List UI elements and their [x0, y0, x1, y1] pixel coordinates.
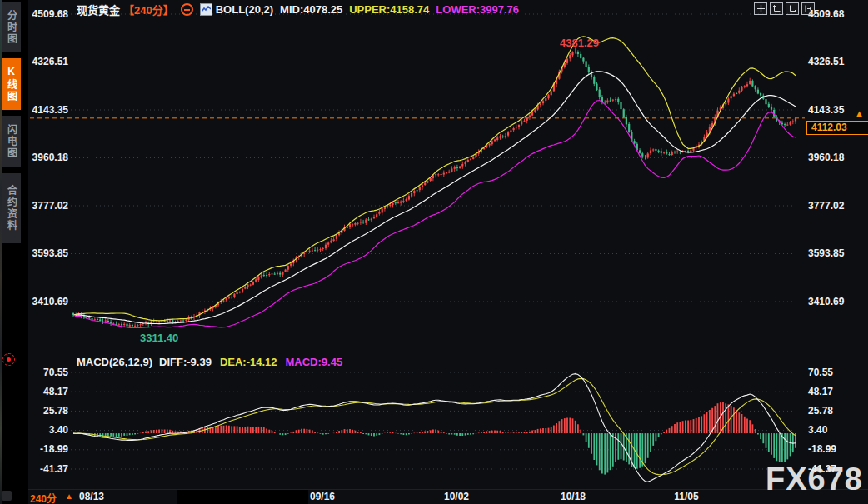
watermark: FX678 [766, 462, 863, 497]
sidebar-tab-timeshare[interactable]: 分时图 [2, 2, 21, 52]
macd-tick-left: 70.55 [22, 367, 68, 378]
macd-tick-left: 48.17 [22, 386, 68, 397]
x-axis-date: 09/16 [304, 491, 341, 502]
period-label: 【240分】 [123, 2, 174, 17]
price-tick-left: 4143.35 [22, 104, 68, 116]
price-tick-left: 3960.18 [22, 152, 68, 163]
current-price-tag: 4112.03 [806, 121, 868, 135]
boll-lower-value: LOWER:3997.76 [436, 3, 519, 16]
price-tick-left: 4509.68 [22, 8, 68, 20]
period-high-label: 4381.29 [560, 37, 599, 49]
sparkline-icon[interactable] [200, 3, 212, 16]
chart-type-sidebar: 分时图 K线图 闪电图 合约资料 [2, 2, 21, 249]
live-record-icon [2, 353, 15, 366]
kline-chart[interactable] [0, 0, 868, 504]
x-axis-date: 10/18 [555, 491, 591, 502]
macd-diff-value: DIFF:-9.39 [159, 356, 212, 368]
price-tick-left: 4326.51 [22, 56, 68, 67]
period-up-arrow-icon[interactable]: ▲ [65, 492, 73, 501]
macd-tick-right: 70.55 [808, 367, 863, 378]
period-low-label: 3311.40 [140, 332, 178, 344]
price-tick-right: 3410.69 [808, 296, 863, 307]
macd-tick-right: 48.17 [808, 386, 863, 397]
boll-label: BOLL(20,2) [216, 3, 273, 16]
trading-terminal: 分时图 K线图 闪电图 合约资料 现货黄金 【240分】 BOLL(20,2) … [0, 0, 868, 504]
corner-icon [2, 491, 12, 501]
price-tick-left: 3777.02 [22, 200, 68, 212]
sidebar-tab-contract-info[interactable]: 合约资料 [2, 173, 21, 243]
bottom-period-label[interactable]: 240分 [30, 491, 57, 504]
restore-icon[interactable] [801, 2, 815, 15]
x-axis-date: 11/05 [668, 491, 705, 502]
scale-right-icon[interactable] [786, 2, 799, 15]
bottom-divider [28, 489, 868, 490]
price-tick-right: 4326.51 [808, 56, 863, 67]
chart-header: 现货黄金 【240分】 BOLL(20,2) MID:4078.25 UPPER… [77, 2, 519, 17]
macd-tick-right: 3.40 [808, 424, 863, 436]
chart-toolbar [751, 2, 815, 15]
sidebar-tab-kline[interactable]: K线图 [2, 58, 21, 110]
sidebar-tab-lightning[interactable]: 闪电图 [2, 116, 21, 167]
macd-dea-value: DEA:-14.12 [220, 356, 277, 368]
price-tick-right: 4509.68 [808, 8, 863, 20]
macd-macd-value: MACD:9.45 [286, 356, 343, 368]
macd-header: MACD(26,12,9) DIFF:-9.39 DEA:-14.12 MACD… [77, 356, 342, 368]
macd-tick-left: -41.37 [22, 463, 68, 475]
x-axis-date: 08/13 [73, 491, 110, 502]
collapse-icon[interactable] [181, 3, 193, 16]
price-tick-left: 3593.85 [22, 247, 68, 259]
price-tick-right: 3593.85 [808, 247, 863, 259]
crosshair-icon[interactable] [754, 2, 767, 15]
macd-tick-left: 25.78 [22, 405, 68, 417]
boll-upper-value: UPPER:4158.74 [349, 3, 429, 16]
macd-tick-right: -18.99 [808, 443, 863, 455]
minus-glyph [184, 9, 190, 11]
symbol-name: 现货黄金 [77, 2, 120, 17]
price-tick-right: 3960.18 [808, 152, 863, 163]
macd-tick-left: 3.40 [22, 424, 68, 436]
price-tick-left: 3410.69 [22, 296, 68, 307]
redacted-region [177, 490, 308, 504]
record-dot-icon [7, 357, 11, 362]
macd-tick-right: 25.78 [808, 405, 863, 417]
boll-mid-value: MID:4078.25 [280, 3, 342, 16]
price-up-arrow-icon: ▲ [855, 108, 864, 118]
scale-left-icon[interactable] [770, 2, 783, 15]
macd-label: MACD(26,12,9) [77, 356, 152, 368]
macd-tick-left: -18.99 [22, 443, 68, 455]
price-tick-right: 3777.02 [808, 200, 863, 212]
x-axis-date: 10/02 [438, 491, 475, 502]
